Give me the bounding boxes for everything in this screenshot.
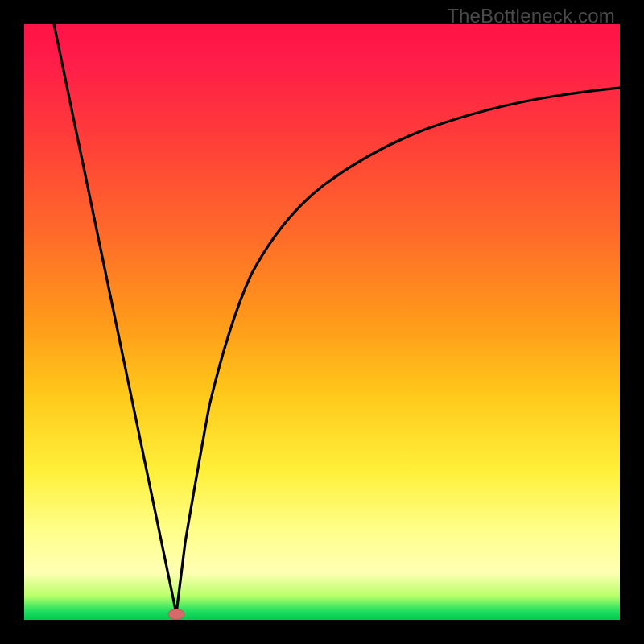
chart-container: TheBottleneck.com bbox=[0, 0, 644, 644]
curve-layer bbox=[24, 24, 620, 620]
plot-area bbox=[24, 24, 620, 620]
curve-right-branch bbox=[176, 88, 620, 613]
minimum-marker bbox=[168, 609, 184, 620]
watermark-text: TheBottleneck.com bbox=[447, 5, 615, 27]
curve-left-branch bbox=[54, 24, 176, 613]
